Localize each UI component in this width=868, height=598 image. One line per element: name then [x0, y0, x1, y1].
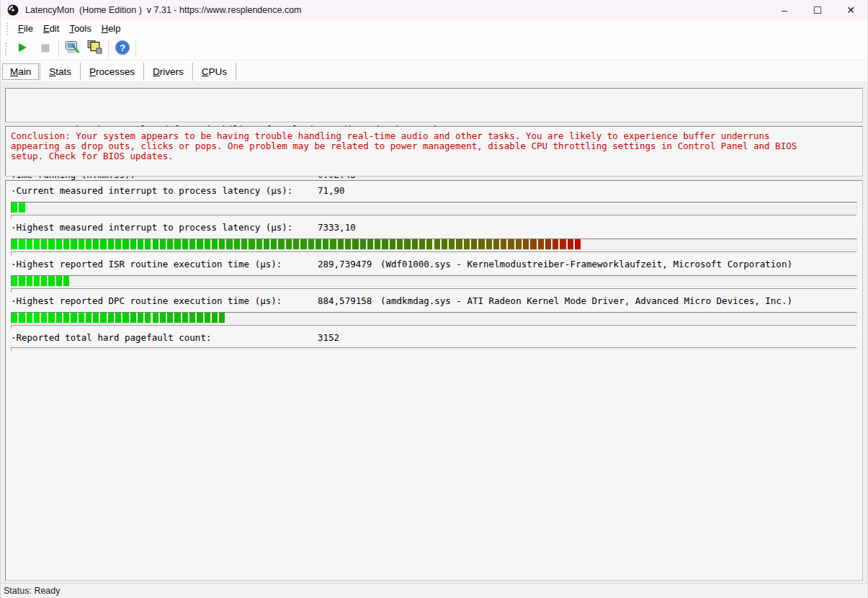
conclusion-line: appearing as drop outs, clicks or pops. … [11, 141, 862, 151]
latencymon-app-icon [7, 4, 19, 16]
metric-row-current-latency: ·Current measured interrupt to process l… [11, 182, 857, 219]
conclusion-line: setup. Check for BIOS updates. [11, 151, 862, 161]
svg-text:?: ? [119, 42, 125, 53]
menu-edit[interactable]: Edit [38, 21, 64, 36]
toolbar-separator [135, 40, 136, 58]
metric-detail: (Wdf01000.sys - Kernelmodustreiber-Frame… [380, 259, 792, 271]
metric-value: 289,739479 [318, 259, 380, 271]
play-icon [18, 43, 27, 55]
menu-help[interactable]: Help [97, 21, 126, 36]
metric-row-pagefault-count: ·Reported total hard pagefault count: 31… [11, 329, 857, 352]
metric-row-isr-time: ·Highest reported ISR routine execution … [11, 256, 857, 293]
metric-value: 7333,10 [318, 222, 380, 234]
metric-detail: (amdkmdag.sys - ATI Radeon Kernel Mode D… [380, 295, 792, 308]
metric-label: ·Highest reported DPC routine execution … [11, 295, 318, 308]
tab-separator [236, 63, 236, 81]
main-panel: Your system has been analyzed for suitab… [1, 81, 867, 584]
stop-icon [41, 43, 50, 55]
minimize-button[interactable]: – [768, 0, 801, 19]
metric-label: ·Highest reported ISR routine execution … [11, 259, 318, 271]
current-latency-bar [11, 202, 857, 213]
toolbar: ? [1, 37, 867, 61]
metric-row-highest-latency: ·Highest measured interrupt to process l… [11, 219, 857, 256]
close-button[interactable]: ✕ [834, 0, 867, 19]
maximize-button[interactable]: ☐ [801, 0, 834, 19]
tab-drivers[interactable]: Drivers [144, 63, 192, 81]
toolbar-separator [58, 40, 59, 58]
start-monitor-button[interactable] [12, 39, 34, 58]
dpc-time-bar [11, 312, 857, 323]
tab-cpus[interactable]: CPUs [193, 63, 236, 81]
metric-value: 71,90 [318, 185, 380, 197]
toolbar-separator [108, 40, 109, 58]
latencymon-window: LatencyMon (Home Edition ) v 7.31 - http… [0, 0, 868, 598]
window-controls: – ☐ ✕ [768, 0, 867, 19]
options-button[interactable] [61, 39, 84, 58]
metric-row-dpc-time: ·Highest reported DPC routine execution … [11, 293, 857, 329]
stop-monitor-button[interactable] [34, 39, 56, 58]
monitor-tool-icon [64, 40, 81, 58]
title-bar: LatencyMon (Home Edition ) v 7.31 - http… [1, 0, 867, 19]
help-button[interactable]: ? [111, 39, 133, 58]
analysis-box: Your system has been analyzed for suitab… [5, 88, 863, 122]
conclusion-line: Conclusion: Your system appears to be ha… [11, 131, 862, 141]
tab-strip: Main Stats Processes Drivers CPUs [1, 61, 867, 82]
bar-track-empty [11, 347, 857, 352]
processes-button[interactable] [84, 39, 106, 58]
metric-label: ·Reported total hard pagefault count: [11, 332, 318, 344]
metric-label: ·Highest measured interrupt to process l… [11, 222, 318, 234]
metric-label: ·Current measured interrupt to process l… [11, 185, 318, 197]
highest-latency-bar [11, 238, 857, 250]
toolbar-gripper [5, 43, 9, 55]
status-text: Status: Ready [4, 586, 61, 596]
tab-main[interactable]: Main [1, 63, 40, 81]
metrics-box: ·Current measured interrupt to process l… [5, 180, 863, 581]
metric-value: 3152 [318, 332, 380, 344]
tab-stats[interactable]: Stats [40, 63, 80, 81]
status-bar: Status: Ready [1, 583, 867, 598]
tab-processes[interactable]: Processes [81, 63, 143, 81]
isr-time-bar [11, 275, 857, 287]
window-title: LatencyMon (Home Edition ) v 7.31 - http… [25, 5, 302, 15]
layered-squares-icon [87, 40, 102, 58]
menu-tools[interactable]: Tools [64, 21, 96, 36]
menu-bar: File Edit Tools Help [1, 19, 867, 37]
conclusion-box: Conclusion: Your system appears to be ha… [5, 126, 863, 177]
help-icon: ? [115, 40, 130, 58]
menubar-gripper [6, 22, 10, 35]
menu-file[interactable]: File [13, 21, 38, 36]
metric-value: 884,579158 [318, 295, 380, 308]
